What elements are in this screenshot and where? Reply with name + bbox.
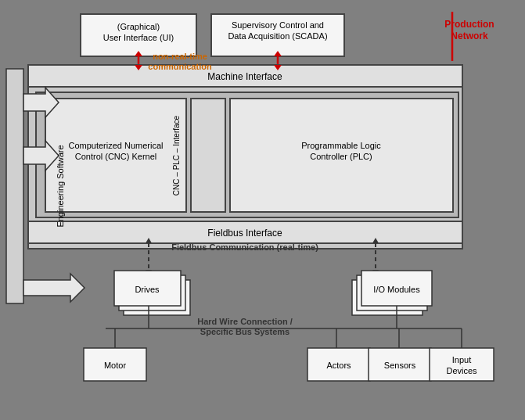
svg-marker-18	[135, 65, 142, 70]
svg-text:Network: Network	[451, 31, 488, 41]
svg-text:User Interface (UI): User Interface (UI)	[103, 33, 174, 42]
svg-rect-6	[230, 99, 453, 212]
engineering-software-label: Engineering Software	[56, 145, 65, 227]
input-devices-label: Input	[452, 355, 471, 364]
svg-marker-20	[274, 51, 282, 56]
svg-rect-22	[6, 69, 23, 303]
production-network-label: Production	[444, 19, 494, 30]
non-realtime-label: non-real-time	[153, 52, 207, 61]
motor-label: Motor	[104, 361, 126, 370]
svg-rect-0	[28, 65, 462, 249]
actors-label: Actors	[326, 361, 351, 370]
svg-rect-3	[45, 99, 186, 212]
arrow-1	[23, 88, 59, 117]
ui-box-label: (Graphical)	[117, 22, 160, 31]
svg-rect-44	[307, 348, 370, 381]
svg-text:Specific Bus Systems: Specific Bus Systems	[200, 327, 289, 336]
svg-text:Control (CNC) Kernel: Control (CNC) Kernel	[75, 152, 157, 161]
scada-box-label: Supervisory Control and	[232, 20, 324, 30]
io-modules-label: I/O Modules	[373, 285, 420, 294]
arrow-3	[23, 274, 85, 302]
svg-rect-33	[357, 275, 427, 311]
svg-rect-31	[114, 271, 181, 306]
svg-rect-43	[84, 348, 146, 381]
svg-marker-24	[146, 270, 152, 275]
svg-rect-11	[211, 14, 344, 56]
svg-rect-32	[352, 280, 423, 315]
svg-rect-5	[191, 99, 225, 212]
hardwire-label: Hard Wire Connection /	[197, 317, 293, 326]
svg-marker-25	[146, 238, 152, 243]
fieldbus-interface-label: Fieldbus Interface	[207, 228, 282, 239]
svg-marker-28	[372, 238, 379, 243]
svg-rect-45	[369, 348, 431, 381]
svg-marker-27	[372, 270, 379, 275]
cnc-plc-interface-label: CNC – PLC – Interface	[172, 115, 181, 196]
fieldbus-comm-label: Fieldbus Communication (real-time)	[171, 242, 318, 252]
svg-rect-29	[124, 280, 190, 315]
arrow-2	[23, 141, 59, 171]
svg-text:communication: communication	[148, 62, 212, 71]
drives-label: Drives	[135, 285, 160, 294]
svg-text:Devices: Devices	[446, 366, 477, 375]
cnc-kernel-label: Computerized Numerical	[68, 141, 163, 150]
plc-label: Programmable Logic	[301, 141, 381, 150]
svg-text:Data Acquisition (SCADA): Data Acquisition (SCADA)	[228, 31, 327, 41]
svg-rect-2	[36, 92, 458, 217]
machine-interface-label: Machine Interface	[207, 71, 282, 82]
svg-text:Controller (PLC): Controller (PLC)	[310, 152, 372, 161]
svg-rect-30	[119, 275, 185, 311]
svg-rect-9	[81, 14, 196, 56]
svg-rect-8	[28, 221, 462, 243]
svg-marker-17	[135, 51, 142, 56]
svg-rect-34	[361, 271, 432, 306]
svg-rect-1	[28, 65, 462, 87]
svg-marker-21	[274, 65, 282, 70]
svg-rect-46	[430, 348, 494, 381]
sensors-label: Sensors	[384, 361, 416, 370]
